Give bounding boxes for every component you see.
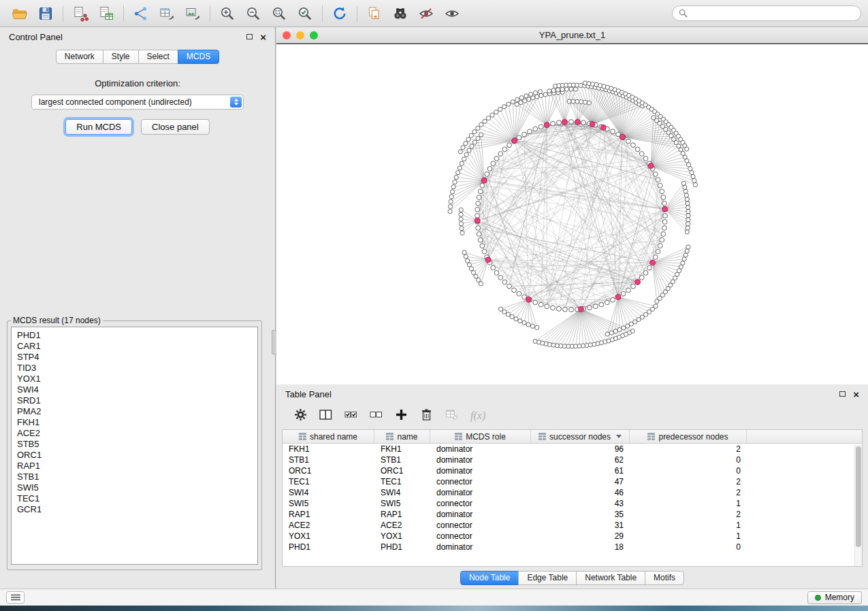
split-panel-icon[interactable] [319, 408, 332, 424]
table-toolbar: f(x) [276, 403, 868, 428]
table-row[interactable]: TEC1TEC1connector472 [283, 476, 862, 487]
tab-node-table[interactable]: Node Table [460, 571, 519, 585]
tab-motifs[interactable]: Motifs [645, 571, 684, 585]
add-column-icon[interactable] [395, 408, 408, 424]
table-row[interactable]: ORC1ORC1dominator610 [283, 465, 862, 476]
table-panel-titlebar: Table Panel × [276, 384, 868, 403]
cell: 62 [531, 455, 630, 465]
binoculars-icon [392, 5, 408, 22]
memory-button[interactable]: Memory [807, 591, 862, 604]
cell: ORC1 [374, 466, 430, 476]
table-panel: Table Panel × [276, 384, 868, 589]
select-all-icon[interactable] [344, 408, 357, 424]
find-button[interactable] [387, 3, 413, 24]
window-close-button[interactable] [283, 31, 291, 39]
mcds-result-item[interactable]: PHD1 [17, 330, 252, 341]
table-row[interactable]: RAP1RAP1dominator352 [283, 509, 862, 520]
table-row[interactable]: SWI4SWI4dominator462 [283, 487, 862, 498]
cell: 0 [630, 542, 747, 552]
column-header-shared-name[interactable]: shared name [283, 430, 374, 443]
mcds-result-item[interactable]: STB1 [17, 472, 252, 482]
mcds-result-item[interactable]: STB5 [17, 439, 252, 450]
eye-slash-icon [418, 5, 434, 22]
mcds-result-item[interactable]: CAR1 [17, 341, 252, 352]
table-row[interactable]: ACE2ACE2connector311 [283, 520, 862, 531]
mcds-result-item[interactable]: PMA2 [17, 406, 252, 417]
table-row[interactable]: FKH1FKH1dominator962 [283, 444, 862, 455]
import-network-button[interactable] [67, 3, 93, 24]
show-details-button[interactable] [439, 3, 465, 24]
optimization-select[interactable]: largest connected component (undirected) [31, 95, 244, 110]
refresh-layout-icon [332, 5, 348, 22]
window-zoom-button[interactable] [310, 31, 318, 39]
table-panel-tabs: Node TableEdge TableNetwork TableMotifs [276, 571, 868, 585]
cell: STB1 [283, 455, 374, 465]
table-row[interactable]: PHD1PHD1dominator180 [283, 542, 862, 552]
save-session-button[interactable] [33, 3, 59, 24]
column-header-name[interactable]: name [374, 430, 430, 443]
mcds-result-item[interactable]: ORC1 [17, 450, 252, 461]
open-file-button[interactable] [7, 3, 33, 24]
tab-style[interactable]: Style [103, 50, 139, 64]
mcds-result-item[interactable]: STP4 [17, 352, 252, 363]
mcds-result-item[interactable]: FKH1 [17, 417, 252, 428]
close-panel-icon[interactable]: × [853, 389, 859, 399]
control-panel-title: Control Panel [9, 32, 63, 42]
status-menu-button[interactable] [6, 591, 25, 604]
deselect-all-icon[interactable] [370, 408, 383, 424]
close-panel-button[interactable]: Close panel [141, 119, 210, 135]
column-header-mcds-role[interactable]: MCDS role [430, 430, 531, 443]
cell: dominator [430, 455, 531, 465]
table-row[interactable]: STB1STB1dominator620 [283, 455, 862, 465]
mcds-result-item[interactable]: SWI5 [17, 482, 252, 493]
zoom-in-button[interactable] [214, 3, 240, 24]
float-panel-icon[interactable] [246, 34, 253, 39]
export-network-button[interactable] [128, 3, 154, 24]
mcds-result-list[interactable]: PHD1CAR1STP4TID3YOX1SWI4SRD1PMA2FKH1ACE2… [11, 327, 258, 565]
tab-network[interactable]: Network [56, 50, 103, 64]
tab-edge-table[interactable]: Edge Table [518, 571, 577, 585]
search-input[interactable] [692, 8, 854, 19]
table-settings-gear-icon[interactable] [294, 408, 307, 424]
window-minimize-button[interactable] [296, 31, 304, 39]
mcds-result-item[interactable]: SRD1 [17, 395, 252, 406]
float-panel-icon[interactable] [839, 391, 846, 397]
import-table-button[interactable] [93, 3, 119, 24]
apply-layout-button[interactable] [327, 3, 353, 24]
zoom-out-icon [245, 5, 261, 22]
table-row[interactable]: SWI5SWI5connector431 [283, 498, 862, 509]
run-mcds-button[interactable]: Run MCDS [65, 119, 132, 135]
column-header-predecessor-nodes[interactable]: predecessor nodes [630, 430, 747, 443]
network-view[interactable] [276, 44, 868, 384]
tab-select[interactable]: Select [138, 50, 178, 64]
delete-column-icon[interactable] [420, 408, 433, 424]
mcds-result-item[interactable]: GCR1 [17, 504, 252, 515]
export-table-button[interactable] [154, 3, 180, 24]
cell: 1 [630, 531, 747, 541]
column-header-successor-nodes[interactable]: successor nodes [531, 430, 630, 443]
zoom-fit-button[interactable] [266, 3, 292, 24]
table-vertical-scrollbar[interactable] [854, 444, 862, 566]
mcds-result-item[interactable]: TEC1 [17, 493, 252, 504]
main-toolbar [0, 0, 868, 27]
zoom-selected-button[interactable] [292, 3, 318, 24]
export-image-button[interactable] [180, 3, 206, 24]
search-box[interactable] [672, 5, 861, 21]
mcds-result-item[interactable]: ACE2 [17, 428, 252, 439]
zoom-out-button[interactable] [240, 3, 266, 24]
network-canvas[interactable] [276, 44, 868, 384]
tab-mcds[interactable]: MCDS [178, 50, 219, 64]
mcds-result-item[interactable]: RAP1 [17, 461, 252, 472]
copy-view-button[interactable] [361, 3, 387, 24]
function-builder-icon: f(x) [470, 410, 485, 422]
control-panel-tabs: NetworkStyleSelectMCDS [0, 50, 275, 64]
cell: connector [430, 531, 531, 541]
close-panel-icon[interactable]: × [260, 32, 266, 42]
table-row[interactable]: YOX1YOX1connector291 [283, 531, 862, 542]
mcds-result-item[interactable]: TID3 [17, 363, 252, 374]
mcds-result-item[interactable]: YOX1 [17, 374, 252, 384]
tab-network-table[interactable]: Network Table [576, 571, 645, 585]
hide-details-button[interactable] [413, 3, 439, 24]
mcds-result-item[interactable]: SWI4 [17, 384, 252, 395]
scrollbar-thumb[interactable] [856, 446, 861, 547]
